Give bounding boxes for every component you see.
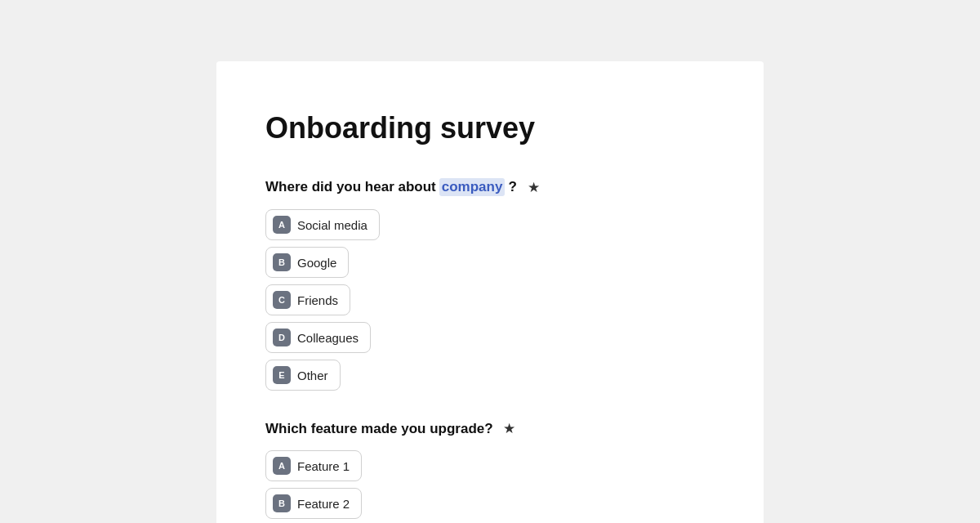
question-text-2: Which feature made you upgrade? <box>265 421 493 437</box>
option-text-q1-c: Friends <box>297 293 338 307</box>
option-letter-q1-b: B <box>273 253 291 271</box>
option-text-q1-a: Social media <box>297 218 368 232</box>
option-letter-q1-e: E <box>273 366 291 384</box>
option-letter-q2-a: A <box>273 457 291 475</box>
company-highlight: company <box>439 178 506 196</box>
option-q2-a[interactable]: A Feature 1 <box>265 450 362 481</box>
survey-title: Onboarding survey <box>265 110 715 145</box>
option-q1-a[interactable]: A Social media <box>265 209 380 240</box>
option-q2-b[interactable]: B Feature 2 <box>265 488 362 519</box>
required-star-1: ★ <box>528 179 540 196</box>
option-q1-d[interactable]: D Colleagues <box>265 322 371 353</box>
option-q1-c[interactable]: C Friends <box>265 284 350 315</box>
option-letter-q1-d: D <box>273 329 291 346</box>
option-text-q2-b: Feature 2 <box>297 497 350 511</box>
option-text-q1-e: Other <box>297 369 328 382</box>
option-text-q2-a: Feature 1 <box>297 459 350 473</box>
option-letter-q1-c: C <box>273 291 291 309</box>
option-q1-b[interactable]: B Google <box>265 247 349 278</box>
option-q1-e[interactable]: E Other <box>265 360 341 391</box>
question-block-2: Which feature made you upgrade? ★ A Feat… <box>265 420 715 523</box>
question-label-1: Where did you hear about company? ★ <box>265 178 715 196</box>
survey-card: Onboarding survey Where did you hear abo… <box>216 61 764 523</box>
option-letter-q2-b: B <box>273 494 291 512</box>
question-text-before-1: Where did you hear about <box>265 179 436 195</box>
question-label-2: Which feature made you upgrade? ★ <box>265 420 715 437</box>
options-list-1: A Social media B Google C Friends D Coll… <box>265 209 715 391</box>
question-text-after-1: ? <box>508 179 516 195</box>
question-block-1: Where did you hear about company? ★ A So… <box>265 178 715 391</box>
page-wrapper: Onboarding survey Where did you hear abo… <box>0 0 980 523</box>
option-text-q1-d: Colleagues <box>297 331 359 345</box>
option-letter-q1-a: A <box>273 216 291 234</box>
required-star-2: ★ <box>503 420 515 437</box>
option-text-q1-b: Google <box>297 256 336 270</box>
options-list-2: A Feature 1 B Feature 2 C Feature 3 <box>265 450 715 523</box>
